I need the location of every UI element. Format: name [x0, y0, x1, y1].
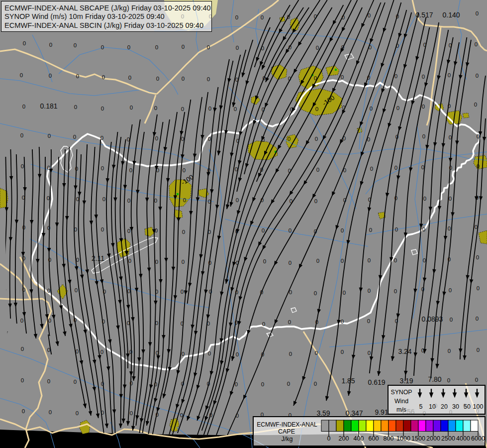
svg-text:m/s: m/s [396, 406, 406, 413]
svg-text:2500: 2500 [441, 435, 455, 442]
svg-text:200: 200 [339, 435, 349, 442]
svg-text:SYNOP: SYNOP [390, 389, 412, 396]
svg-text:CAPE: CAPE [278, 428, 295, 435]
svg-text:10: 10 [429, 403, 436, 410]
svg-text:800: 800 [384, 435, 394, 442]
svg-text:600: 600 [369, 435, 379, 442]
svg-text:50: 50 [464, 403, 471, 410]
svg-text:100: 100 [473, 403, 484, 410]
svg-text:30: 30 [452, 403, 459, 410]
svg-text:J/kg: J/kg [282, 436, 293, 443]
svg-text:6000: 6000 [471, 435, 485, 442]
svg-text:20: 20 [441, 403, 448, 410]
svg-text:400: 400 [354, 435, 364, 442]
svg-text:0: 0 [327, 435, 331, 442]
svg-text:4000: 4000 [456, 435, 470, 442]
svg-text:Wind: Wind [394, 398, 408, 405]
svg-text:1000: 1000 [396, 435, 410, 442]
svg-text:1500: 1500 [411, 435, 425, 442]
svg-text:5: 5 [419, 403, 423, 410]
svg-text:ECMWF-INDEX-ANAL: ECMWF-INDEX-ANAL [257, 421, 317, 428]
svg-text:2000: 2000 [426, 435, 440, 442]
